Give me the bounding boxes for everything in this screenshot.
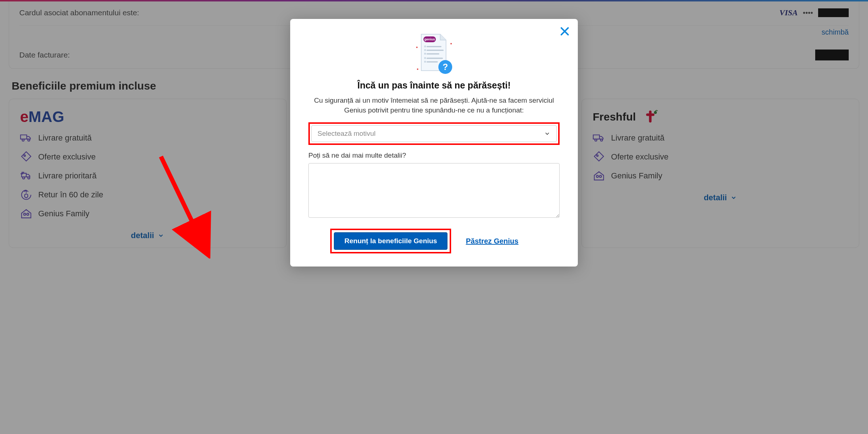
svg-rect-11 <box>424 49 426 51</box>
modal-title: Încă un pas înainte să ne părăsești! <box>308 80 560 91</box>
svg-point-19 <box>417 68 418 70</box>
close-button[interactable] <box>559 25 571 37</box>
details-textarea-label: Poți să ne dai mai multe detalii? <box>308 151 560 159</box>
annotation-box-select: Selectează motivul <box>308 122 560 145</box>
give-up-genius-button[interactable]: Renunț la beneficiile Genius <box>334 232 447 250</box>
modal-lead: Cu siguranță ai un motiv întemeiat să ne… <box>308 96 560 115</box>
svg-text:?: ? <box>443 62 448 72</box>
close-icon <box>559 25 571 37</box>
reason-select-placeholder: Selectează motivul <box>317 130 375 138</box>
svg-rect-10 <box>424 46 426 47</box>
svg-rect-12 <box>424 53 426 55</box>
svg-rect-14 <box>424 61 426 63</box>
document-question-icon: genius ? <box>410 29 458 76</box>
svg-rect-13 <box>424 57 426 59</box>
details-textarea[interactable] <box>308 163 560 218</box>
svg-point-17 <box>416 47 418 48</box>
reason-select[interactable]: Selectează motivul <box>311 125 557 142</box>
modal-actions: Renunț la beneficiile Genius Păstrez Gen… <box>308 229 560 253</box>
keep-genius-link[interactable]: Păstrez Genius <box>466 237 518 245</box>
cancel-genius-modal: genius ? Încă un pas înainte să ne părăs… <box>290 19 578 267</box>
chevron-down-icon <box>544 130 551 137</box>
svg-text:genius: genius <box>424 38 435 41</box>
annotation-box-button: Renunț la beneficiile Genius <box>330 229 451 253</box>
svg-point-18 <box>450 43 452 44</box>
